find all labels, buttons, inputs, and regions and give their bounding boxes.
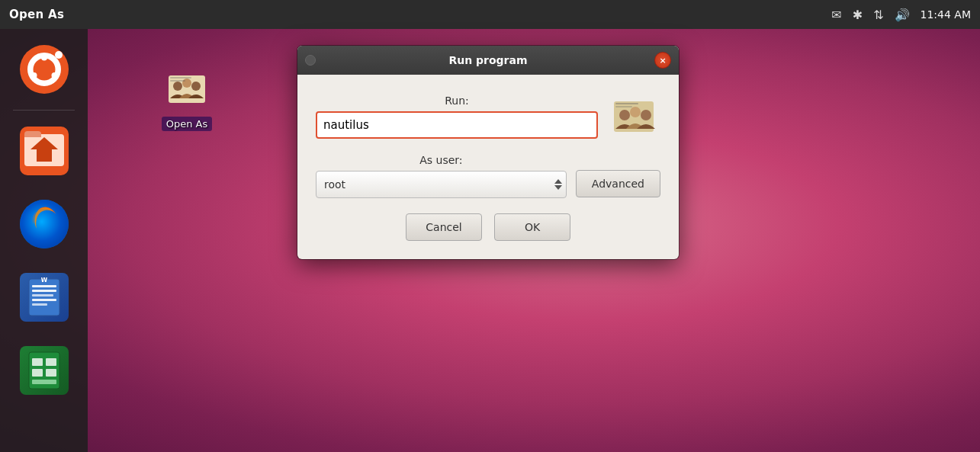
desktop-item-label: Open As [162, 117, 213, 131]
svg-text:W: W [40, 277, 47, 284]
svg-point-21 [191, 82, 201, 91]
firefox-icon [20, 200, 69, 248]
svg-point-20 [182, 79, 191, 88]
network-icon: ⇅ [873, 8, 883, 22]
run-input[interactable] [316, 111, 598, 139]
svg-point-3 [31, 72, 37, 79]
ubuntu-icon [20, 45, 69, 94]
svg-point-1 [41, 55, 47, 61]
desktop-open-as-item[interactable]: Open As [149, 65, 225, 131]
calc-svg [27, 351, 61, 390]
volume-icon: 🔊 [895, 8, 910, 22]
mail-icon: ✉ [831, 8, 841, 22]
ubuntu-logo-svg [30, 55, 59, 84]
svg-rect-17 [32, 380, 56, 384]
svg-point-2 [51, 72, 57, 79]
dialog-run-row: Run: [316, 90, 660, 143]
as-user-row: As user: root Advanced [316, 154, 660, 198]
run-program-dialog[interactable]: Run program × Run: [297, 46, 679, 259]
svg-rect-6 [32, 285, 56, 287]
select-wrapper: root [316, 171, 567, 198]
svg-rect-23 [170, 80, 185, 82]
folder-icon [20, 127, 69, 175]
panel-right: ✉ ✱ ⇅ 🔊 11:44 AM [831, 8, 971, 22]
cancel-button[interactable]: Cancel [406, 213, 482, 241]
dialog-buttons: Cancel OK [316, 213, 660, 241]
sidebar-item-ubuntu[interactable] [10, 35, 79, 104]
ok-button[interactable]: OK [494, 213, 570, 241]
svg-rect-13 [32, 358, 43, 366]
svg-rect-10 [32, 303, 47, 306]
svg-point-26 [630, 107, 641, 117]
svg-rect-5 [29, 279, 59, 316]
calc-icon [20, 346, 69, 395]
desktop: Open As ✉ ✱ ⇅ 🔊 11:44 AM [0, 0, 980, 452]
svg-point-27 [641, 110, 651, 120]
as-user-label: As user: [316, 154, 567, 166]
svg-rect-9 [32, 299, 56, 301]
writer-icon: W [20, 273, 69, 322]
desktop-item-icon [162, 65, 211, 114]
run-label: Run: [316, 95, 598, 107]
svg-point-0 [31, 56, 57, 82]
writer-svg: W [27, 277, 61, 317]
dialog-run-section: Run: [316, 95, 598, 139]
people-icon-svg [162, 65, 211, 114]
svg-rect-8 [32, 294, 53, 297]
sidebar-item-writer[interactable]: W [10, 263, 79, 332]
svg-rect-22 [170, 77, 191, 79]
svg-point-25 [619, 110, 630, 120]
dialog-titlebar: Run program × [297, 46, 679, 75]
top-panel: Open As ✉ ✱ ⇅ 🔊 11:44 AM [0, 0, 980, 29]
clock: 11:44 AM [921, 8, 971, 21]
program-icon-area [607, 90, 660, 143]
svg-point-19 [173, 82, 182, 91]
dialog-close-button[interactable]: × [654, 52, 671, 69]
svg-rect-15 [32, 369, 43, 377]
advanced-button[interactable]: Advanced [576, 170, 660, 197]
user-select[interactable]: root [316, 171, 567, 198]
svg-rect-16 [46, 369, 56, 377]
dialog-overlay: Run program × Run: [0, 0, 980, 452]
sidebar-item-files[interactable] [10, 117, 79, 185]
panel-title: Open As [9, 8, 64, 21]
svg-rect-28 [615, 103, 638, 104]
as-user-left: As user: root [316, 154, 567, 198]
dialog-dot [305, 55, 316, 66]
firefox-flame-svg [20, 200, 69, 248]
home-svg [29, 136, 59, 162]
svg-rect-29 [615, 106, 632, 107]
dialog-body: Run: [297, 75, 679, 259]
sidebar-item-firefox[interactable] [10, 190, 79, 258]
sidebar-item-calc[interactable] [10, 336, 79, 405]
program-icon-svg [609, 92, 658, 141]
svg-rect-14 [46, 358, 56, 366]
svg-rect-7 [32, 290, 56, 292]
launcher-separator [13, 110, 75, 111]
dialog-title: Run program [323, 54, 653, 66]
bluetooth-icon: ✱ [853, 8, 863, 22]
launcher-sidebar: W [0, 29, 88, 452]
svg-marker-4 [31, 137, 58, 162]
